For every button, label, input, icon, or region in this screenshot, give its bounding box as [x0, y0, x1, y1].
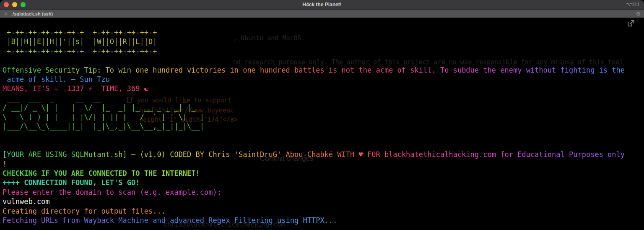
status-line-connection: ++++ CONNECTION FOUND, LET'S GO!: [3, 178, 644, 187]
user-input-line: vulnweb.com: [3, 197, 644, 206]
tab-bar[interactable]: × ./sqlattack.sh (ssh) ⊖: [0, 10, 644, 18]
prompt-line: Please enter the domain to scan (e.g. ex…: [3, 188, 644, 197]
ascii-banner-line: +-++-++-++-++-++-+ +-++-++-++-++-+: [3, 47, 644, 56]
terminal-window: H4ck the Planet! ⌥⌘1 × ./sqlattack.sh (s…: [0, 0, 644, 230]
window-title: H4ck the Planet!: [0, 2, 644, 8]
ascii-logo-line: ___ ___ _ __ __ _ _: [3, 94, 644, 103]
blank-line: [3, 56, 644, 65]
status-line-checking: CHECKING IF YOU ARE CONNECTED TO THE INT…: [3, 169, 644, 178]
terminal-content[interactable]: , Ubuntu and MacOS. nd research purpose …: [0, 18, 644, 230]
security-tip-line: Offensive Security Tip: To win one hundr…: [3, 65, 644, 75]
blank-line: [3, 141, 644, 150]
external-link-icon[interactable]: [627, 19, 635, 29]
collapse-icon[interactable]: ⊖: [636, 10, 641, 17]
status-line-creating: Creating directory for output files...: [3, 206, 644, 216]
tab-close-icon[interactable]: ×: [4, 11, 7, 17]
security-tip-line: acme of skill. — Sun Tzu: [3, 75, 644, 84]
ascii-logo-line: / __|/ _ \| | | \/ |_ _| |_ __ _ _ _| |_: [3, 103, 644, 112]
minimize-button[interactable]: [12, 2, 17, 7]
ascii-banner-line: +-++-++-++-++-++-+ +-++-++-++-++-+: [3, 28, 644, 37]
zoom-button[interactable]: [21, 2, 26, 7]
titlebar[interactable]: H4ck the Planet! ⌥⌘1: [0, 0, 644, 10]
ascii-logo-line: |___/\__\_\____||_| |_|\_,_|\__\__,_|_||…: [3, 122, 644, 131]
terminal-output: +-++-++-++-++-++-+ +-++-++-++-++-+ |B||H…: [0, 18, 644, 225]
status-line-fetching: Fetching URLs from Wayback Machine and a…: [3, 216, 644, 225]
ascii-logo-line: \__ \ (_) | |__ | |\/| | || | _/ _` | ' …: [3, 112, 644, 122]
keyboard-shortcut-hint: ⌥⌘1: [626, 2, 640, 8]
blank-line: [3, 131, 644, 140]
ascii-banner-line: |B||H||E||H||'||s| |W||O||R||L||D|: [3, 37, 644, 46]
close-button[interactable]: [4, 2, 9, 7]
tab-title[interactable]: ./sqlattack.sh (ssh): [11, 11, 53, 16]
traffic-lights: [4, 2, 26, 7]
credit-line-wrap: !: [3, 159, 644, 169]
leet-time-line: MEANS, IT'S ☕ 1337 ⚡ TIME, 369 ☯: [3, 84, 644, 93]
credit-line: [YOUR ARE USING SQLMutant.sh] — (v1.0) C…: [3, 150, 644, 159]
